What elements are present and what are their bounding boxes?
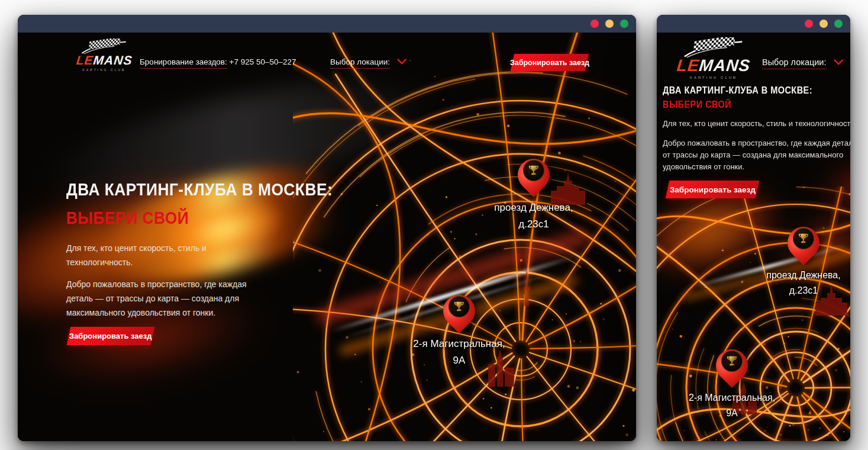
browser-titlebar [657,15,850,33]
logo[interactable]: LEMANS KARTING CLUB [77,38,131,72]
booking-label: Бронирование заездов: [140,57,227,69]
location-label: проезд Дежнева,д.23с1 [766,268,840,299]
map-pin-magistralnaya[interactable]: 2-я Магистральная,9А [673,342,791,422]
trophy-icon [453,300,466,313]
location-selector[interactable]: Выбор локации: [762,57,841,67]
checkered-flag-icon [679,37,748,57]
location-label: Выбор локации: [330,57,390,69]
chevron-down-icon [833,55,843,65]
hero-title-line2: ВЫБЕРИ СВОЙ [66,208,243,228]
browser-titlebar [18,15,636,33]
browser-window-desktop: LEMANS KARTING CLUB Бронирование заездов… [18,15,636,441]
window-controls [805,20,843,28]
map-pin-dezhneva[interactable]: проезд Дежнева,д.23с1 [475,151,593,233]
trophy-icon [527,164,540,177]
close-button[interactable] [805,20,813,28]
page-desktop: LEMANS KARTING CLUB Бронирование заездов… [18,33,636,441]
book-race-button-header[interactable]: Забронировать заезд [511,54,589,71]
moscow-map-art [293,33,636,441]
logo-wordmark: LEMANS [76,54,133,66]
hero-title-line1: ДВА КАРТИНГ-КЛУБА В МОСКВЕ: [66,179,243,200]
window-controls [591,20,628,28]
chevron-down-icon [396,54,406,65]
location-selector[interactable]: Выбор локации: [330,57,404,66]
hero-paragraph-2: Добро пожаловать в пространство, где каж… [66,277,254,320]
book-race-button-hero[interactable]: Забронировать заезд [67,327,155,345]
hero-title-line1: ДВА КАРТИНГ-КЛУБА В МОСКВЕ: [663,85,843,96]
trophy-icon [725,355,738,368]
hero-section: ДВА КАРТИНГ-КЛУБА В МОСКВЕ: ВЫБЕРИ СВОЙ … [66,179,267,345]
map-pin-dezhneva[interactable]: проезд Дежнева,д.23с1 [744,219,850,299]
phone-number[interactable]: +7 925 50–50–227 [230,57,296,66]
logo[interactable]: LEMANS KARTING CLUB [677,37,750,79]
location-label: Выбор локации: [762,57,827,69]
hero-paragraph-1: Для тех, кто ценит скорость, стиль и тех… [66,241,254,269]
booking-phone-link[interactable]: Бронирование заездов: +7 925 50–50–227 [140,57,296,66]
close-button[interactable] [591,20,599,28]
page-mobile: LEMANS KARTING CLUB Выбор локации: ДВА К… [657,33,850,441]
logo-tagline: KARTING CLUB [690,76,737,79]
location-label: проезд Дежнева,д.23с1 [494,200,573,233]
hero-title-line2: ВЫБЕРИ СВОЙ [663,99,843,110]
location-label: 2-я Магистральная,9А [689,390,775,422]
maximize-button[interactable] [834,20,843,28]
hero-paragraph-1: Для тех, кто ценит скорость, стиль и тех… [663,118,850,130]
map-pin-icon [510,151,557,198]
map-pin-magistralnaya[interactable]: 2-я Магистральная,9А [400,287,518,369]
logo-wordmark: LEMANS [676,57,751,74]
hero-paragraph-2: Добро пожаловать в пространство, где каж… [663,137,850,173]
map-pin-icon [780,219,827,266]
browser-window-mobile: LEMANS KARTING CLUB Выбор локации: ДВА К… [657,15,850,441]
trophy-icon [797,232,810,245]
checkered-flag-icon [78,38,130,54]
logo-tagline: KARTING CLUB [83,68,126,72]
minimize-button[interactable] [605,20,614,28]
minimize-button[interactable] [819,20,828,28]
hero-section: ДВА КАРТИНГ-КЛУБА В МОСКВЕ: ВЫБЕРИ СВОЙ … [663,85,850,198]
maximize-button[interactable] [620,20,628,28]
map-pin-icon [708,342,756,389]
book-race-button-hero[interactable]: Забронировать заезд [666,181,759,198]
location-label: 2-я Магистральная,9А [413,336,505,369]
map-pin-icon [435,287,483,335]
